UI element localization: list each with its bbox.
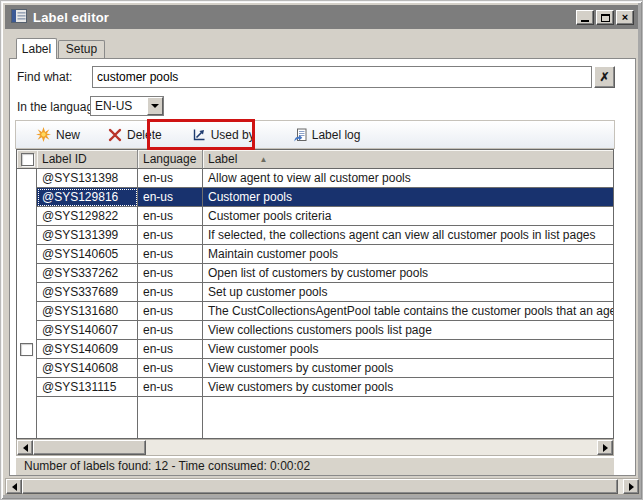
cell-language[interactable]: en-us (138, 378, 203, 397)
cell-language[interactable]: en-us (138, 340, 203, 359)
find-what-input[interactable] (92, 66, 592, 88)
grid-header-row: Label ID Language Label▲ (17, 150, 613, 169)
row-marker-cell[interactable] (17, 188, 37, 207)
row-marker-cell[interactable] (17, 359, 37, 378)
grid-horizontal-scrollbar[interactable] (16, 439, 614, 456)
row-marker-cell[interactable] (17, 245, 37, 264)
scroll-right-button[interactable] (623, 479, 639, 494)
cell-label[interactable]: Open list of customers by customer pools (203, 264, 613, 283)
cell-label[interactable]: Allow agent to view all customer pools (203, 169, 613, 188)
cell-label[interactable]: View customers by customer pools (203, 378, 613, 397)
maximize-button[interactable] (596, 10, 614, 25)
clear-x-icon: ✗ (599, 70, 609, 84)
minimize-button[interactable] (576, 10, 594, 25)
delete-x-icon (108, 128, 122, 142)
new-button-label: New (56, 128, 80, 142)
cell-label-id[interactable]: @SYS140605 (37, 245, 138, 264)
form-window-icon (11, 9, 27, 26)
cell-label[interactable]: View collections customers pools list pa… (203, 321, 613, 340)
cell-label-id[interactable]: @SYS140608 (37, 359, 138, 378)
language-dropdown-button[interactable] (147, 97, 163, 115)
row-marker-cell[interactable] (17, 264, 37, 283)
table-row[interactable]: @SYS131398en-usAllow agent to view all c… (17, 169, 613, 188)
row-marker-cell[interactable] (17, 378, 37, 397)
cell-label-id[interactable]: @SYS131115 (37, 378, 138, 397)
table-row[interactable]: @SYS129822en-usCustomer pools criteria (17, 207, 613, 226)
cell-label[interactable]: View customers by customer pools (203, 359, 613, 378)
cell-label[interactable]: The CustCollectionsAgentPool table conta… (203, 302, 613, 321)
table-row[interactable]: @SYS337262en-usOpen list of customers by… (17, 264, 613, 283)
table-row[interactable]: @SYS140605en-usMaintain customer pools (17, 245, 613, 264)
cell-language[interactable]: en-us (138, 245, 203, 264)
cell-language[interactable]: en-us (138, 169, 203, 188)
maximize-icon (601, 14, 610, 22)
cell-language[interactable]: en-us (138, 188, 203, 207)
scroll-right-button[interactable] (597, 440, 613, 455)
cell-label-id[interactable]: @SYS129816 (37, 188, 138, 207)
cell-language[interactable]: en-us (138, 302, 203, 321)
close-button[interactable]: × (616, 10, 634, 25)
cell-label-id[interactable]: @SYS337262 (37, 264, 138, 283)
label-editor-window: Label editor × Label Setup Find what: ✗ … (0, 0, 643, 500)
chevron-down-icon (151, 104, 159, 108)
used-by-button[interactable]: Used by (186, 125, 261, 145)
language-combobox[interactable]: EN-US (90, 96, 164, 116)
row-checkbox[interactable] (20, 343, 33, 356)
form-scrollbar-thumb[interactable] (22, 479, 618, 494)
column-header-language[interactable]: Language (138, 150, 203, 169)
select-all-header-cell[interactable] (17, 150, 37, 169)
cell-label-id[interactable]: @SYS337689 (37, 283, 138, 302)
new-button[interactable]: New (30, 124, 86, 145)
label-log-icon (293, 128, 307, 142)
cell-label[interactable]: Customer pools (203, 188, 613, 207)
cell-language[interactable]: en-us (138, 264, 203, 283)
cell-label[interactable]: Maintain customer pools (203, 245, 613, 264)
cell-label-id[interactable]: @SYS140609 (37, 340, 138, 359)
cell-language[interactable]: en-us (138, 283, 203, 302)
cell-language[interactable]: en-us (138, 321, 203, 340)
cell-language[interactable]: en-us (138, 207, 203, 226)
delete-button[interactable]: Delete (102, 125, 168, 145)
table-row[interactable]: @SYS131680en-usThe CustCollectionsAgentP… (17, 302, 613, 321)
cell-label-id[interactable]: @SYS140607 (37, 321, 138, 340)
row-marker-cell[interactable] (17, 226, 37, 245)
cell-label-id[interactable]: @SYS129822 (37, 207, 138, 226)
table-row[interactable]: @SYS131399en-usIf selected, the collecti… (17, 226, 613, 245)
find-what-label: Find what: (17, 70, 72, 84)
minimize-icon (581, 20, 589, 22)
column-header-label[interactable]: Label▲ (203, 150, 613, 169)
cell-label[interactable]: Set up customer pools (203, 283, 613, 302)
table-row[interactable]: @SYS140609en-usView customer pools (17, 340, 613, 359)
row-marker-cell[interactable] (17, 302, 37, 321)
cell-label[interactable]: If selected, the collections agent can v… (203, 226, 613, 245)
table-row[interactable]: @SYS129816en-usCustomer pools (17, 188, 613, 207)
label-log-button[interactable]: Label log (287, 125, 367, 145)
cell-label-id[interactable]: @SYS131399 (37, 226, 138, 245)
form-horizontal-scrollbar[interactable] (5, 478, 640, 495)
select-all-checkbox[interactable] (21, 153, 34, 166)
table-row[interactable]: @SYS131115en-usView customers by custome… (17, 378, 613, 397)
cell-language[interactable]: en-us (138, 359, 203, 378)
row-marker-cell[interactable] (17, 169, 37, 188)
scroll-left-button[interactable] (6, 479, 22, 494)
cell-label-id[interactable]: @SYS131680 (37, 302, 138, 321)
cell-label-id[interactable]: @SYS131398 (37, 169, 138, 188)
table-row[interactable]: @SYS140607en-usView collections customer… (17, 321, 613, 340)
cell-language[interactable]: en-us (138, 226, 203, 245)
row-marker-cell[interactable] (17, 321, 37, 340)
row-marker-cell[interactable] (17, 340, 37, 359)
tab-label[interactable]: Label (16, 38, 57, 59)
row-marker-cell[interactable] (17, 283, 37, 302)
cell-label[interactable]: Customer pools criteria (203, 207, 613, 226)
scroll-left-button[interactable] (17, 440, 33, 455)
cell-label[interactable]: View customer pools (203, 340, 613, 359)
clear-search-button[interactable]: ✗ (594, 66, 615, 88)
table-row[interactable]: @SYS337689en-usSet up customer pools (17, 283, 613, 302)
column-header-label-id[interactable]: Label ID (37, 150, 138, 169)
grid-scrollbar-thumb[interactable] (33, 440, 146, 455)
tab-setup[interactable]: Setup (58, 40, 105, 58)
status-bar: Number of labels found: 12 - Time consum… (16, 458, 614, 475)
arrow-right-icon (603, 444, 608, 452)
table-row[interactable]: @SYS140608en-usView customers by custome… (17, 359, 613, 378)
row-marker-cell[interactable] (17, 207, 37, 226)
